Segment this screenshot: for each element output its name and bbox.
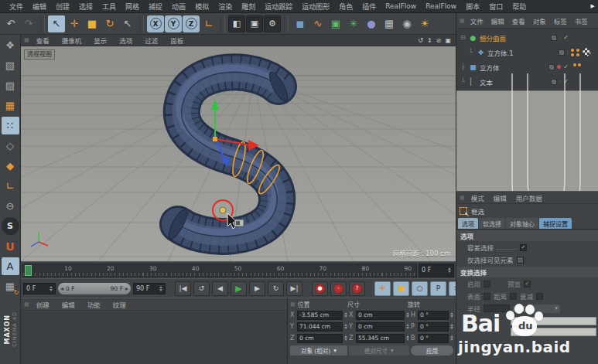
viewport-grip-icon[interactable]: ▦ [24, 37, 29, 43]
menu-animate[interactable]: 动画 [167, 2, 190, 12]
attr-menu-mode[interactable]: 模式 [466, 193, 489, 202]
undo-button[interactable]: ↶ [2, 15, 19, 32]
material-list-area[interactable] [21, 311, 287, 364]
viewport-toggle-icon[interactable]: ▣ [445, 37, 451, 44]
playhead[interactable] [25, 265, 32, 276]
viewport-menu-view[interactable]: 查看 [31, 36, 55, 45]
material-grip-icon[interactable]: ▦ [24, 301, 29, 308]
menu-window[interactable]: 窗口 [484, 2, 507, 12]
rot-p-field[interactable]: 0 ° [418, 322, 449, 332]
material-menu-function[interactable]: 功能 [82, 300, 106, 309]
attr-menu-userdata[interactable]: 用户数据 [511, 193, 547, 202]
enable-axis-icon[interactable]: ∟ [2, 177, 19, 195]
menu-help[interactable]: 帮助 [507, 2, 531, 12]
pos-y-field[interactable]: 71.044 cm [297, 322, 343, 332]
frame-stepper[interactable] [448, 267, 451, 273]
radius-field[interactable] [484, 304, 510, 312]
pos-x-field[interactable]: -3.585 cm [297, 311, 343, 320]
attr-grip-icon[interactable]: ▦ [460, 195, 466, 201]
menu-character[interactable]: 角色 [334, 2, 357, 12]
rotate-tool-button[interactable]: ↻ [101, 15, 118, 32]
menu-simulate[interactable]: 模拟 [190, 2, 214, 12]
next-frame-button[interactable]: ▶ [249, 281, 265, 296]
edge-mode-icon[interactable]: ◇ [2, 137, 19, 155]
key-position-toggle[interactable]: ✛ [374, 281, 391, 296]
loop-button[interactable]: ↻ [268, 281, 284, 296]
last-tool-button[interactable]: ↖ [119, 15, 136, 32]
material-menu-edit[interactable]: 编辑 [56, 300, 80, 309]
rot-h-field[interactable]: 0 ° [418, 311, 449, 320]
current-frame-field[interactable]: 0 F [419, 264, 454, 277]
live-selection-button[interactable]: ↖ [48, 15, 65, 32]
pos-z-stepper[interactable] [344, 335, 347, 341]
menubar-overflow-icon[interactable]: ▶ [591, 3, 598, 9]
menu-realflow-1[interactable]: RealFlow [381, 2, 421, 10]
deformer-button[interactable]: ✳ [345, 15, 362, 32]
rot-p-stepper[interactable] [450, 324, 453, 329]
tab-snap-settings[interactable]: 捕捉设置 [539, 218, 572, 229]
menu-snap[interactable]: 捕捉 [144, 2, 167, 12]
rot-b-stepper[interactable] [450, 335, 453, 341]
menu-motion-tracker[interactable]: 运动跟踪 [260, 2, 297, 12]
rot-b-field[interactable]: 0 ° [418, 334, 449, 343]
lock-y-button[interactable]: Y [165, 15, 182, 32]
floor-environment-button[interactable]: ▦ [381, 15, 398, 32]
viewport-lock-icon[interactable]: ⊘ [436, 37, 442, 44]
lock-z-button[interactable]: Z [183, 15, 200, 32]
range-start-stepper[interactable] [50, 286, 53, 291]
range-end-field[interactable]: 90 F [133, 283, 166, 294]
polygon-mode-icon[interactable]: ◆ [2, 157, 19, 175]
tab-object-axis[interactable]: 对象轴心 [506, 218, 538, 229]
material-menu-texture[interactable]: 纹理 [108, 300, 132, 309]
add-primitive-button[interactable]: ◼ [292, 15, 309, 32]
autokey-button[interactable]: ◦ [330, 281, 347, 296]
camera-button[interactable]: ◉ [398, 15, 415, 32]
om-menu-bookmarks[interactable]: 书签 [571, 16, 592, 26]
om-menu-view[interactable]: 查看 [508, 16, 529, 26]
snap-icon[interactable]: S [2, 217, 19, 235]
workplane-mode-icon[interactable]: ▦ [2, 97, 19, 114]
coords-grip-icon[interactable]: ▦ [290, 301, 296, 308]
tab-soft-selection[interactable]: 软选择 [479, 218, 505, 229]
om-menu-file[interactable]: 文件 [466, 16, 487, 26]
menu-tools[interactable]: 工具 [97, 2, 121, 12]
viewport-canvas[interactable] [21, 46, 456, 261]
pos-x-stepper[interactable] [344, 312, 347, 318]
key-scale-toggle[interactable]: ■ [393, 281, 409, 296]
spline-pen-button[interactable]: ∿ [309, 15, 326, 32]
om-menu-tags[interactable]: 标签 [550, 16, 571, 26]
attr-menu-edit[interactable]: 编辑 [489, 193, 511, 202]
viewport-menu-filter[interactable]: 过滤 [139, 36, 163, 45]
rot-h-stepper[interactable] [450, 312, 453, 318]
menu-select[interactable]: 选择 [74, 2, 97, 12]
om-menu-objects[interactable]: 对象 [529, 16, 550, 26]
move-tool-button[interactable]: ✛ [66, 15, 83, 32]
pos-y-stepper[interactable] [344, 324, 347, 329]
visible-only-checkbox[interactable] [517, 257, 524, 264]
record-keyframe-button[interactable]: ● [312, 281, 328, 296]
range-start-field[interactable]: 0 F [23, 283, 56, 294]
model-mode-icon[interactable]: ▧ [2, 56, 19, 74]
om-grip-icon[interactable]: ▦ [460, 18, 466, 24]
menu-mesh[interactable]: 网格 [121, 2, 144, 12]
size-x-field[interactable]: 0 cm [356, 311, 405, 320]
rotate-workplane-icon[interactable]: ▦↻ [2, 277, 19, 295]
light-button[interactable]: ☀ [416, 15, 433, 32]
size-z-stepper[interactable] [406, 335, 409, 341]
gradient-bar[interactable] [511, 328, 596, 336]
previous-frame-button[interactable]: ◀ [212, 281, 228, 296]
goto-start-button[interactable]: |◀ [175, 281, 191, 296]
menu-sculpt[interactable]: 雕刻 [237, 2, 260, 12]
play-button[interactable]: ▶ [231, 281, 247, 296]
key-rotation-toggle[interactable]: ○ [412, 281, 428, 296]
material-menu-create[interactable]: 创建 [31, 300, 55, 309]
size-y-field[interactable]: 0 cm [356, 322, 405, 332]
tolerant-selection-checkbox[interactable]: ✓ [520, 244, 527, 251]
menu-create[interactable]: 创建 [51, 2, 74, 12]
viewport-undo-view-icon[interactable]: ↺ [418, 37, 423, 44]
frame-range-slider[interactable]: 0 F 90 F [58, 283, 131, 294]
render-picture-viewer-button[interactable]: ▣ [246, 15, 263, 32]
menu-render[interactable]: 渲染 [214, 2, 237, 12]
mode-dropdown[interactable]: ▾ [529, 304, 560, 313]
distance-checkbox[interactable] [510, 293, 517, 300]
